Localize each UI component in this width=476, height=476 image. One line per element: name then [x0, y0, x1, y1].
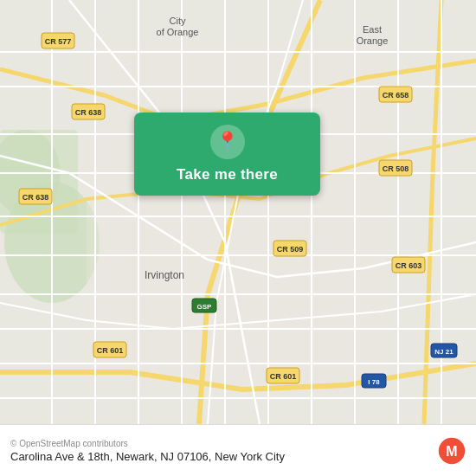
footer-info: © OpenStreetMap contributors Carolina Av… [10, 439, 285, 463]
svg-text:Orange: Orange [357, 35, 389, 46]
svg-text:CR 638: CR 638 [23, 193, 49, 202]
svg-text:CR 577: CR 577 [45, 37, 72, 46]
cta-button-label: Take me there [177, 166, 278, 183]
footer: © OpenStreetMap contributors Carolina Av… [0, 424, 476, 476]
svg-text:CR 638: CR 638 [75, 108, 102, 117]
take-me-there-button[interactable]: 📍 Take me there [134, 113, 320, 196]
osm-attribution: © OpenStreetMap contributors [10, 439, 285, 448]
svg-text:CR 603: CR 603 [396, 261, 422, 270]
svg-text:M: M [446, 443, 457, 458]
location-icon-wrapper: 📍 [210, 125, 245, 159]
svg-text:GSP: GSP [197, 303, 213, 311]
svg-text:East: East [363, 24, 382, 35]
svg-text:City: City [170, 16, 186, 26]
svg-text:I 78: I 78 [368, 378, 380, 386]
location-address: Carolina Ave & 18th, Newark, NJ 07106, N… [10, 450, 285, 463]
svg-text:CR 601: CR 601 [270, 372, 297, 381]
svg-text:CR 508: CR 508 [383, 164, 409, 173]
cta-button-container: 📍 Take me there [134, 113, 320, 196]
svg-text:CR 658: CR 658 [383, 91, 409, 100]
moovit-icon: M [438, 437, 466, 465]
map-view: CR 577 CR 638 CR 638 CR 658 CR 508 CR 50… [0, 0, 476, 424]
svg-text:CR 601: CR 601 [97, 346, 124, 355]
svg-text:of Orange: of Orange [157, 27, 199, 37]
svg-text:CR 509: CR 509 [277, 245, 304, 254]
location-pin-icon: 📍 [215, 132, 239, 151]
svg-text:Irvington: Irvington [145, 269, 184, 281]
svg-text:NJ 21: NJ 21 [434, 348, 453, 356]
moovit-logo: M [438, 437, 466, 465]
svg-rect-3 [0, 130, 78, 234]
